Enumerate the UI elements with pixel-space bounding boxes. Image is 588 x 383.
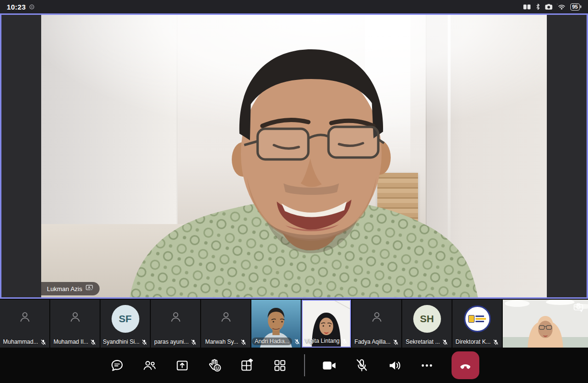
- camera-on-icon: [322, 359, 337, 372]
- mic-off-icon: [240, 339, 247, 345]
- meeting-screen: 10:23 ' 95: [0, 0, 588, 383]
- clock-time: 10:23: [7, 3, 26, 11]
- more-icon: [420, 359, 434, 372]
- participant-tile[interactable]: SH Sekretariat ...: [402, 300, 452, 348]
- active-speaker-stage[interactable]: Lukman Azis: [0, 13, 588, 299]
- bluetooth-icon: [535, 3, 541, 10]
- avatar-initials: SF: [112, 305, 139, 333]
- participant-name: Fadya Aqilla...: [354, 338, 390, 345]
- mic-off-icon: [355, 358, 369, 372]
- person-placeholder-icon: [370, 310, 384, 326]
- participant-tile[interactable]: Muhammad...: [0, 300, 49, 348]
- participant-tile[interactable]: Fadya Aqilla...: [352, 300, 401, 348]
- participant-tile[interactable]: SF Syandhini Si...: [101, 300, 150, 348]
- person-placeholder-icon: [18, 310, 32, 326]
- grid-view-button[interactable]: [271, 355, 288, 376]
- end-call-button[interactable]: [452, 351, 479, 379]
- screen-person-icon: [86, 284, 93, 293]
- person-placeholder-icon: [219, 310, 233, 326]
- mic-off-icon: [90, 339, 96, 345]
- participant-name: Muhammad...: [3, 338, 38, 345]
- share-icon: [175, 359, 189, 372]
- notification-dot-icon: [29, 4, 34, 10]
- participant-name: paras ayuni...: [154, 338, 189, 345]
- flip-camera-icon[interactable]: [573, 303, 584, 314]
- self-view-tile[interactable]: [503, 300, 588, 348]
- raise-hand-button[interactable]: [206, 355, 223, 376]
- mic-off-icon: [493, 339, 499, 345]
- share-button[interactable]: [174, 355, 190, 376]
- mic-off-icon: [191, 339, 197, 345]
- raise-hand-icon: [207, 358, 222, 372]
- camera-button[interactable]: [321, 355, 338, 376]
- svg-text:': ': [557, 3, 557, 6]
- toolbar-divider: [304, 354, 305, 376]
- camera-status-icon: [545, 4, 553, 10]
- speaker-icon: [387, 359, 402, 372]
- participant-tile[interactable]: Muhamad Il...: [50, 300, 100, 348]
- grid-view-icon: [273, 359, 287, 372]
- wifi-icon: ': [557, 3, 566, 10]
- call-controls-toolbar: [0, 348, 588, 383]
- participant-name: Andri Hadia...: [252, 338, 293, 345]
- speaker-person: [41, 15, 547, 297]
- chat-button[interactable]: [109, 355, 125, 376]
- speaker-video: Lukman Azis: [41, 15, 547, 297]
- mic-off-icon: [40, 339, 46, 345]
- end-call-icon: [458, 358, 473, 372]
- participant-tile[interactable]: Direktorat K...: [452, 300, 502, 348]
- participant-name: Vigita Lintang: [305, 338, 340, 344]
- person-placeholder-icon: [169, 310, 183, 326]
- speaker-name: Lukman Azis: [47, 285, 82, 293]
- participant-name: Direktorat K...: [455, 338, 490, 345]
- more-button[interactable]: [419, 355, 435, 376]
- mic-off-icon: [294, 338, 300, 345]
- people-button[interactable]: [141, 355, 158, 376]
- annotate-button[interactable]: [239, 355, 255, 376]
- people-icon: [142, 359, 157, 372]
- participant-name: Marwah Sy...: [205, 338, 238, 345]
- mic-off-icon: [393, 339, 399, 345]
- participant-filmstrip[interactable]: Muhammad... Muhamad Il... SF Syandhini S…: [0, 300, 588, 348]
- participant-name: Sekretariat ...: [406, 338, 440, 345]
- participant-name: Syandhini Si...: [103, 338, 140, 345]
- participant-tile-video[interactable]: Andri Hadia...: [251, 300, 301, 348]
- speaker-name-pill: Lukman Azis: [41, 282, 100, 295]
- participant-tile-video[interactable]: Vigita Lintang: [302, 300, 351, 348]
- organization-logo: [464, 305, 491, 332]
- avatar-initials: SH: [413, 305, 441, 333]
- dual-screen-icon: [523, 4, 531, 10]
- battery-percent: 95: [570, 3, 580, 11]
- participant-tile[interactable]: Marwah Sy...: [201, 300, 250, 348]
- person-placeholder-icon: [68, 310, 82, 326]
- status-bar: 10:23 ' 95: [0, 0, 588, 13]
- annotate-icon: [240, 358, 254, 372]
- battery-icon: 95: [570, 3, 581, 11]
- mic-off-icon: [141, 339, 147, 345]
- chat-icon: [110, 359, 124, 372]
- speaker-button[interactable]: [386, 355, 403, 376]
- mic-off-icon: [341, 338, 348, 344]
- mic-off-icon: [442, 339, 448, 345]
- mic-button[interactable]: [354, 355, 370, 376]
- participant-tile[interactable]: paras ayuni...: [151, 300, 200, 348]
- participant-name: Muhamad Il...: [54, 338, 89, 345]
